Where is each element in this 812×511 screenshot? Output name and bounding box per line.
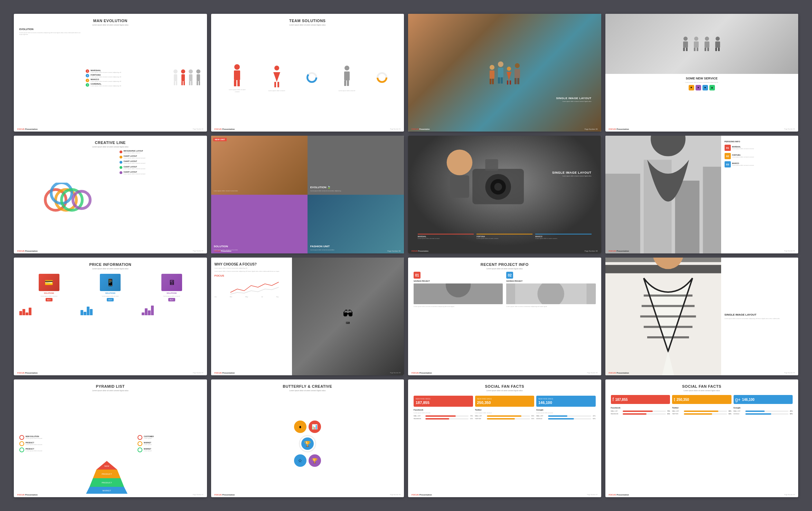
svg-rect-19: [237, 80, 240, 86]
price-card-3: 🖥: [161, 274, 182, 291]
slide-15-page: Page Number 07: [587, 494, 597, 495]
svg-rect-22: [277, 82, 279, 87]
svg-rect-41: [510, 80, 511, 85]
svg-rect-13: [197, 74, 200, 81]
slide-new-unit: NEW UNIT Lorem ipsum dolor sit amet cons…: [211, 136, 404, 253]
svg-text:PRODUCT: PRODUCT: [102, 473, 112, 475]
svg-rect-61: [718, 48, 720, 51]
slide-14-footer: FOCUS Presentation Page Number 08: [215, 494, 401, 496]
svg-rect-76: [605, 174, 640, 253]
slide-11-subtitle: Lorem ipsum dolor sit amet consect ligul…: [414, 268, 596, 270]
service-icon-2: ♦: [696, 85, 701, 90]
slide-13-title: PYRAMID LIST: [19, 384, 201, 388]
butterfly-circle-4: 🏆: [309, 454, 321, 467]
price-card-2: 📱: [100, 274, 121, 291]
butterfly-circle-1: ♦: [294, 421, 306, 433]
slide-15-subtitle: Lorem ipsum dolor sit amet consect ligul…: [414, 389, 596, 392]
service-icon-4: ▲: [709, 85, 715, 90]
svg-rect-38: [501, 77, 503, 84]
slide-3-footer: FOCUS Presentation Page Number 06: [412, 128, 598, 130]
svg-point-0: [173, 69, 178, 74]
slide-7-columns: MARSHAL Lorem ipsum dolor sit amet conse…: [418, 234, 592, 239]
bar-chart: [19, 305, 201, 315]
butterfly-circle-2: 📊: [309, 421, 321, 433]
svg-rect-45: [517, 78, 519, 84]
slide-single-image-1: SINGLE IMAGE LAYOUT Lorem ipsum dolor si…: [408, 14, 601, 132]
slide-5-footer: FOCUS Presentation Page Number 07: [17, 250, 204, 252]
slide-1-page: Page Number 02: [193, 128, 203, 130]
slide-7-page: Page Number 08: [585, 250, 598, 252]
slide-man-evolution: MAN EVOLUTION Lorem ipsum dolor sit amet…: [14, 14, 207, 132]
slide-grid: MAN EVOLUTION Lorem ipsum dolor sit amet…: [0, 0, 812, 511]
slide-2-title: TEAM SOLUTIONS: [217, 19, 399, 23]
butterfly-center: 🏆: [299, 435, 316, 452]
slide-team-solutions: TEAM SOLUTIONS Lorem ipsum dolor sit ame…: [211, 14, 404, 132]
svg-point-85: [538, 283, 564, 304]
svg-rect-57: [707, 48, 709, 51]
slide-13-page: Page Number 07: [193, 494, 203, 495]
svg-point-72: [494, 183, 502, 191]
slide-9-page: Page Number 07: [193, 372, 203, 374]
stat-2-google: g+ 146,100: [734, 395, 793, 404]
svg-point-73: [447, 150, 472, 175]
svg-rect-28: [347, 80, 349, 86]
slide-social-facts-2: SOCIAL FAN FACTS Lorem ipsum dolor sit a…: [605, 379, 799, 497]
svg-point-42: [515, 63, 520, 68]
slide-3-page: Page Number 06: [585, 128, 598, 130]
svg-rect-21: [274, 82, 276, 87]
slide-4-footer: FOCUS Presentation Page Number 06: [609, 128, 795, 130]
slide-5-page: Page Number 07: [193, 250, 203, 252]
project-1-thumb: [414, 283, 503, 304]
svg-point-12: [196, 69, 200, 74]
slide-7-footer: FOCUS Presentation Page Number 08: [412, 250, 598, 252]
slide-8-page: Page Number 09: [784, 250, 795, 252]
slide-10-page: Page Number 08: [390, 372, 400, 374]
slide-7-overlay: SINGLE IMAGE LAYOUT Lorem ipsum dolor si…: [552, 171, 592, 177]
svg-text:PRODUCT: PRODUCT: [102, 482, 112, 484]
slide-11-page: Page Number 09: [587, 372, 597, 374]
svg-rect-43: [514, 69, 520, 78]
svg-rect-9: [189, 74, 192, 81]
svg-point-20: [274, 66, 279, 70]
slide-14-page: Page Number 08: [390, 494, 400, 495]
price-cards: 💳 SOLUTIONS Lorem ipsum dolor sit amet B…: [19, 274, 201, 301]
svg-rect-2: [174, 81, 175, 85]
svg-rect-49: [686, 48, 688, 51]
team-person-3: Lorem ipsum dolor sit amet: [339, 65, 355, 91]
stat-google: NEW FANS SINCE 146,100: [536, 396, 596, 407]
slide-16-page: Page Number 09: [784, 494, 795, 495]
slide-15-footer: FOCUS Presentation Page Number 07: [412, 494, 598, 496]
svg-rect-14: [197, 81, 198, 85]
slide-12-title: SINGLE IMAGE LAYOUT: [725, 313, 795, 316]
person-silhouette-1: [172, 69, 179, 86]
cell-solution: SOLUTION Lorem ipsum dolor sit amet cons…: [211, 195, 308, 254]
svg-rect-78: [675, 181, 699, 253]
slide-4-image: [605, 14, 799, 74]
slide-13-subtitle: Lorem ipsum dolor sit amet consect ligul…: [19, 389, 201, 392]
svg-rect-51: [694, 41, 699, 48]
team-person-2: Lorem ipsum dolor sit amet: [268, 65, 285, 91]
slide-10-footer: FOCUS Presentation Page Number 08: [215, 372, 401, 374]
svg-text:NEW: NEW: [104, 465, 109, 467]
svg-rect-47: [683, 41, 688, 48]
slide-4-service-title: SOME NEW SERVICE: [611, 77, 793, 80]
bw-photo: [605, 136, 731, 253]
slide-13-footer: FOCUS Presentation Page Number 07: [17, 494, 204, 496]
slide-14-subtitle: Lorem ipsum dolor sit amet consect ligul…: [217, 389, 399, 392]
slide-10-photo: 🕶 ⌨: [292, 258, 404, 375]
slide-11-title: RECENT PROJECT INFO: [414, 262, 596, 267]
person-fortuna: 2 FORTUNA Lorem ipsum dolor sit amet con…: [86, 74, 170, 78]
slide-16-title: SOCIAL FAN FACTS: [611, 384, 793, 388]
slide-social-facts-1: SOCIAL FAN FACTS Lorem ipsum dolor sit a…: [408, 379, 601, 497]
svg-rect-17: [234, 70, 240, 80]
projects-area: 01 SAVINGS PROJECT Lorem ipsum dolor sit…: [414, 272, 596, 372]
slide-some-new-service: SOME NEW SERVICE Lorem ipsum dolor sit a…: [605, 14, 799, 132]
slide-5-content: INFOGRAPHIC LAYOUT Lorem ipsum dolor sit…: [19, 150, 201, 250]
svg-rect-44: [514, 78, 517, 84]
cell-evolution: EVOLUTION 🍃 Lorem ipsum dolor sit amet c…: [308, 136, 404, 195]
stat-twitter: NEW FANS SINCE 250,350: [475, 396, 535, 407]
svg-rect-69: [485, 159, 498, 171]
slide-butterfly: BUTTERFLY & CREATIVE Lorem ipsum dolor s…: [211, 379, 404, 497]
slide-1-title: MAN EVOLUTION: [19, 19, 201, 23]
slide-fashion-layout: SINGLE IMAGE LAYOUT Lorem ipsum dolor si…: [605, 258, 799, 375]
